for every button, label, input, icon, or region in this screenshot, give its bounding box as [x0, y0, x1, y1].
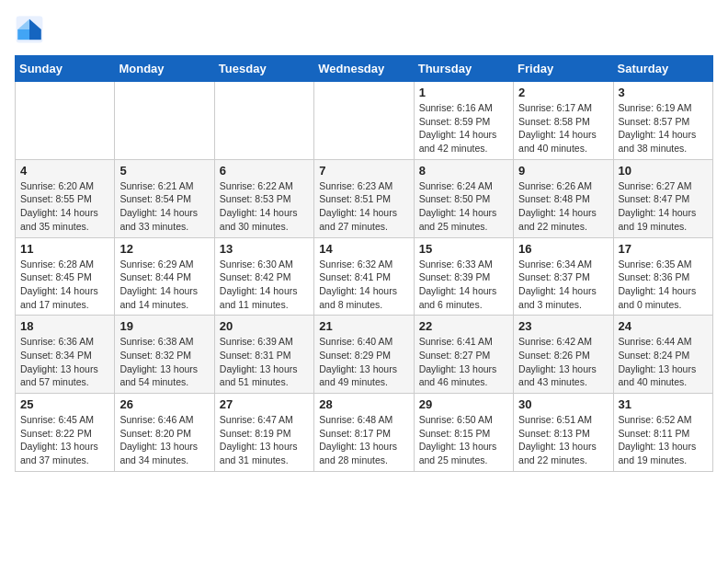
calendar-week-row: 1Sunrise: 6:16 AMSunset: 8:59 PMDaylight…: [16, 82, 713, 160]
day-number: 29: [419, 397, 508, 411]
day-number: 15: [419, 242, 508, 256]
day-number: 6: [220, 164, 309, 178]
day-info: Sunrise: 6:41 AMSunset: 8:27 PMDaylight:…: [419, 335, 508, 389]
calendar-cell: 15Sunrise: 6:33 AMSunset: 8:39 PMDayligh…: [414, 237, 513, 316]
day-number: 22: [419, 319, 508, 333]
day-info: Sunrise: 6:30 AMSunset: 8:42 PMDaylight:…: [220, 258, 309, 312]
day-number: 28: [319, 397, 408, 411]
day-info: Sunrise: 6:28 AMSunset: 8:45 PMDaylight:…: [20, 258, 109, 312]
day-number: 26: [119, 397, 209, 411]
calendar-cell: 16Sunrise: 6:34 AMSunset: 8:37 PMDayligh…: [514, 237, 613, 316]
calendar-cell: 28Sunrise: 6:48 AMSunset: 8:17 PMDayligh…: [314, 394, 414, 472]
day-number: 4: [20, 164, 109, 178]
day-info: Sunrise: 6:21 AMSunset: 8:54 PMDaylight:…: [119, 179, 209, 234]
day-info: Sunrise: 6:52 AMSunset: 8:11 PMDaylight:…: [619, 413, 708, 467]
weekday-header-sunday: Sunday: [16, 56, 115, 82]
svg-marker-2: [29, 29, 41, 40]
day-number: 2: [518, 86, 608, 99]
calendar-cell: 6Sunrise: 6:22 AMSunset: 8:53 PMDaylight…: [214, 159, 313, 237]
calendar-cell: 22Sunrise: 6:41 AMSunset: 8:27 PMDayligh…: [414, 316, 513, 394]
calendar-cell: 26Sunrise: 6:46 AMSunset: 8:20 PMDayligh…: [115, 394, 214, 472]
calendar-cell: 11Sunrise: 6:28 AMSunset: 8:45 PMDayligh…: [16, 237, 115, 316]
weekday-header-friday: Friday: [514, 56, 613, 82]
calendar-cell: 14Sunrise: 6:32 AMSunset: 8:41 PMDayligh…: [314, 237, 414, 316]
calendar-cell: 25Sunrise: 6:45 AMSunset: 8:22 PMDayligh…: [16, 394, 115, 472]
calendar-cell: 4Sunrise: 6:20 AMSunset: 8:55 PMDaylight…: [16, 159, 115, 237]
weekday-header-monday: Monday: [115, 56, 214, 82]
calendar-cell: 20Sunrise: 6:39 AMSunset: 8:31 PMDayligh…: [214, 316, 313, 394]
calendar-cell: 8Sunrise: 6:24 AMSunset: 8:50 PMDaylight…: [414, 159, 513, 237]
calendar-cell: [16, 82, 115, 160]
day-number: 24: [619, 319, 708, 333]
day-number: 7: [319, 164, 408, 178]
day-number: 11: [20, 242, 109, 256]
calendar-cell: 27Sunrise: 6:47 AMSunset: 8:19 PMDayligh…: [214, 394, 313, 472]
day-number: 10: [619, 164, 708, 178]
day-number: 30: [518, 397, 608, 411]
calendar-week-row: 18Sunrise: 6:36 AMSunset: 8:34 PMDayligh…: [16, 316, 713, 394]
day-number: 12: [119, 242, 209, 256]
calendar-cell: 10Sunrise: 6:27 AMSunset: 8:47 PMDayligh…: [613, 159, 712, 237]
day-info: Sunrise: 6:34 AMSunset: 8:37 PMDaylight:…: [518, 258, 608, 312]
calendar-cell: [115, 82, 214, 160]
calendar-header: SundayMondayTuesdayWednesdayThursdayFrid…: [16, 56, 713, 82]
day-number: 16: [518, 242, 608, 256]
calendar-week-row: 4Sunrise: 6:20 AMSunset: 8:55 PMDaylight…: [16, 159, 713, 237]
day-info: Sunrise: 6:36 AMSunset: 8:34 PMDaylight:…: [20, 335, 109, 389]
day-number: 3: [619, 86, 708, 99]
calendar-week-row: 11Sunrise: 6:28 AMSunset: 8:45 PMDayligh…: [16, 237, 713, 316]
day-info: Sunrise: 6:45 AMSunset: 8:22 PMDaylight:…: [20, 413, 109, 467]
day-number: 13: [220, 242, 309, 256]
day-number: 23: [518, 319, 608, 333]
svg-marker-4: [17, 29, 29, 40]
day-number: 5: [119, 164, 209, 178]
day-number: 17: [619, 242, 708, 256]
calendar-cell: 13Sunrise: 6:30 AMSunset: 8:42 PMDayligh…: [214, 237, 313, 316]
calendar-week-row: 25Sunrise: 6:45 AMSunset: 8:22 PMDayligh…: [16, 394, 713, 472]
calendar-cell: 3Sunrise: 6:19 AMSunset: 8:57 PMDaylight…: [613, 82, 712, 160]
day-info: Sunrise: 6:19 AMSunset: 8:57 PMDaylight:…: [619, 101, 708, 155]
day-info: Sunrise: 6:20 AMSunset: 8:55 PMDaylight:…: [20, 179, 109, 234]
calendar-cell: 5Sunrise: 6:21 AMSunset: 8:54 PMDaylight…: [115, 159, 214, 237]
day-info: Sunrise: 6:27 AMSunset: 8:47 PMDaylight:…: [619, 179, 708, 234]
day-info: Sunrise: 6:50 AMSunset: 8:15 PMDaylight:…: [419, 413, 508, 467]
day-info: Sunrise: 6:38 AMSunset: 8:32 PMDaylight:…: [119, 335, 209, 389]
day-info: Sunrise: 6:32 AMSunset: 8:41 PMDaylight:…: [319, 258, 408, 312]
calendar-cell: 7Sunrise: 6:23 AMSunset: 8:51 PMDaylight…: [314, 159, 414, 237]
day-info: Sunrise: 6:46 AMSunset: 8:20 PMDaylight:…: [119, 413, 209, 467]
day-info: Sunrise: 6:40 AMSunset: 8:29 PMDaylight:…: [319, 335, 408, 389]
day-number: 25: [20, 397, 109, 411]
day-info: Sunrise: 6:23 AMSunset: 8:51 PMDaylight:…: [319, 179, 408, 234]
day-info: Sunrise: 6:48 AMSunset: 8:17 PMDaylight:…: [319, 413, 408, 467]
day-number: 21: [319, 319, 408, 333]
calendar-cell: [314, 82, 414, 160]
day-number: 19: [119, 319, 209, 333]
day-number: 27: [220, 397, 309, 411]
day-number: 8: [419, 164, 508, 178]
day-info: Sunrise: 6:17 AMSunset: 8:58 PMDaylight:…: [518, 101, 608, 155]
day-number: 20: [220, 319, 309, 333]
calendar-cell: 19Sunrise: 6:38 AMSunset: 8:32 PMDayligh…: [115, 316, 214, 394]
day-info: Sunrise: 6:39 AMSunset: 8:31 PMDaylight:…: [220, 335, 309, 389]
calendar-body: 1Sunrise: 6:16 AMSunset: 8:59 PMDaylight…: [16, 82, 713, 472]
day-info: Sunrise: 6:29 AMSunset: 8:44 PMDaylight:…: [119, 258, 209, 312]
header: [15, 15, 713, 44]
calendar-cell: 12Sunrise: 6:29 AMSunset: 8:44 PMDayligh…: [115, 237, 214, 316]
calendar-cell: 17Sunrise: 6:35 AMSunset: 8:36 PMDayligh…: [613, 237, 712, 316]
day-info: Sunrise: 6:22 AMSunset: 8:53 PMDaylight:…: [220, 179, 309, 234]
calendar-cell: 21Sunrise: 6:40 AMSunset: 8:29 PMDayligh…: [314, 316, 414, 394]
logo: [15, 15, 48, 44]
day-info: Sunrise: 6:33 AMSunset: 8:39 PMDaylight:…: [419, 258, 508, 312]
weekday-header-tuesday: Tuesday: [214, 56, 313, 82]
calendar-cell: 24Sunrise: 6:44 AMSunset: 8:24 PMDayligh…: [613, 316, 712, 394]
day-number: 31: [619, 397, 708, 411]
day-number: 1: [419, 86, 508, 99]
calendar-cell: 18Sunrise: 6:36 AMSunset: 8:34 PMDayligh…: [16, 316, 115, 394]
calendar-table: SundayMondayTuesdayWednesdayThursdayFrid…: [15, 55, 713, 472]
day-info: Sunrise: 6:35 AMSunset: 8:36 PMDaylight:…: [619, 258, 708, 312]
day-info: Sunrise: 6:16 AMSunset: 8:59 PMDaylight:…: [419, 101, 508, 155]
calendar-cell: [214, 82, 313, 160]
day-info: Sunrise: 6:26 AMSunset: 8:48 PMDaylight:…: [518, 179, 608, 234]
calendar-cell: 2Sunrise: 6:17 AMSunset: 8:58 PMDaylight…: [514, 82, 613, 160]
logo-icon: [15, 15, 44, 44]
